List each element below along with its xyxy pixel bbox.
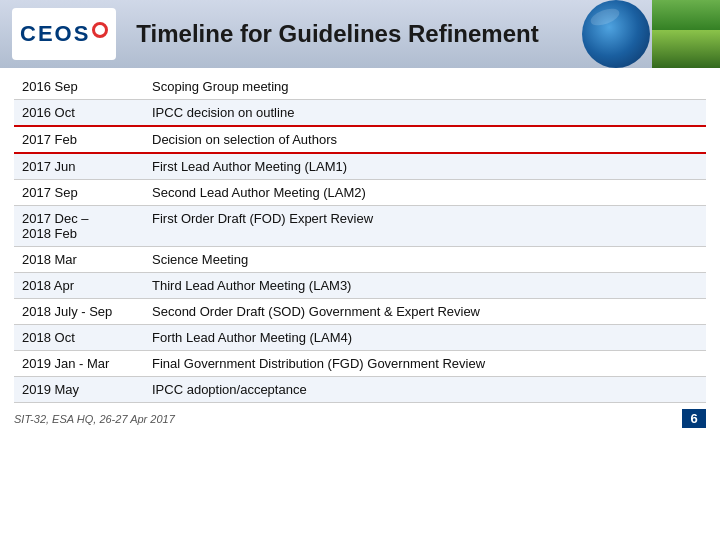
date-cell: 2017 Feb	[14, 126, 144, 153]
event-cell: First Lead Author Meeting (LAM1)	[144, 153, 706, 180]
table-row: 2016 SepScoping Group meeting	[14, 74, 706, 100]
ceos-logo: CEOS	[12, 8, 116, 60]
date-cell: 2017 Dec – 2018 Feb	[14, 206, 144, 247]
main-content: 2016 SepScoping Group meeting2016 OctIPC…	[0, 68, 720, 403]
table-row: 2017 FebDecision on selection of Authors	[14, 126, 706, 153]
page-header: CEOS Timeline for Guidelines Refinement	[0, 0, 720, 68]
event-cell: IPCC decision on outline	[144, 100, 706, 127]
logo-text: CEOS	[20, 21, 90, 47]
footer-text: SIT-32, ESA HQ, 26-27 Apr 2017	[14, 413, 175, 425]
date-cell: 2018 Apr	[14, 273, 144, 299]
event-cell: Forth Lead Author Meeting (LAM4)	[144, 325, 706, 351]
timeline-table: 2016 SepScoping Group meeting2016 OctIPC…	[14, 74, 706, 403]
date-cell: 2018 July - Sep	[14, 299, 144, 325]
table-row: 2018 OctForth Lead Author Meeting (LAM4)	[14, 325, 706, 351]
date-cell: 2019 Jan - Mar	[14, 351, 144, 377]
table-row: 2016 OctIPCC decision on outline	[14, 100, 706, 127]
event-cell: IPCC adoption/acceptance	[144, 377, 706, 403]
date-cell: 2019 May	[14, 377, 144, 403]
date-cell: 2018 Oct	[14, 325, 144, 351]
earth-icon	[582, 0, 650, 68]
event-cell: Second Lead Author Meeting (LAM2)	[144, 180, 706, 206]
event-cell: Science Meeting	[144, 247, 706, 273]
forest-icon	[652, 0, 720, 68]
date-cell: 2016 Oct	[14, 100, 144, 127]
table-row: 2018 AprThird Lead Author Meeting (LAM3)	[14, 273, 706, 299]
table-row: 2018 July - SepSecond Order Draft (SOD) …	[14, 299, 706, 325]
date-cell: 2017 Sep	[14, 180, 144, 206]
table-row: 2018 MarScience Meeting	[14, 247, 706, 273]
event-cell: First Order Draft (FOD) Expert Review	[144, 206, 706, 247]
event-cell: Final Government Distribution (FGD) Gove…	[144, 351, 706, 377]
logo-arc-icon	[92, 22, 108, 38]
page-footer: SIT-32, ESA HQ, 26-27 Apr 2017 6	[0, 405, 720, 432]
event-cell: Second Order Draft (SOD) Government & Ex…	[144, 299, 706, 325]
event-cell: Scoping Group meeting	[144, 74, 706, 100]
page-title: Timeline for Guidelines Refinement	[136, 20, 538, 48]
table-row: 2019 Jan - MarFinal Government Distribut…	[14, 351, 706, 377]
table-row: 2017 JunFirst Lead Author Meeting (LAM1)	[14, 153, 706, 180]
event-cell: Decision on selection of Authors	[144, 126, 706, 153]
header-images	[580, 0, 720, 68]
page-number: 6	[682, 409, 706, 428]
table-row: 2017 SepSecond Lead Author Meeting (LAM2…	[14, 180, 706, 206]
table-row: 2019 MayIPCC adoption/acceptance	[14, 377, 706, 403]
date-cell: 2017 Jun	[14, 153, 144, 180]
date-cell: 2018 Mar	[14, 247, 144, 273]
table-row: 2017 Dec – 2018 FebFirst Order Draft (FO…	[14, 206, 706, 247]
date-cell: 2016 Sep	[14, 74, 144, 100]
event-cell: Third Lead Author Meeting (LAM3)	[144, 273, 706, 299]
